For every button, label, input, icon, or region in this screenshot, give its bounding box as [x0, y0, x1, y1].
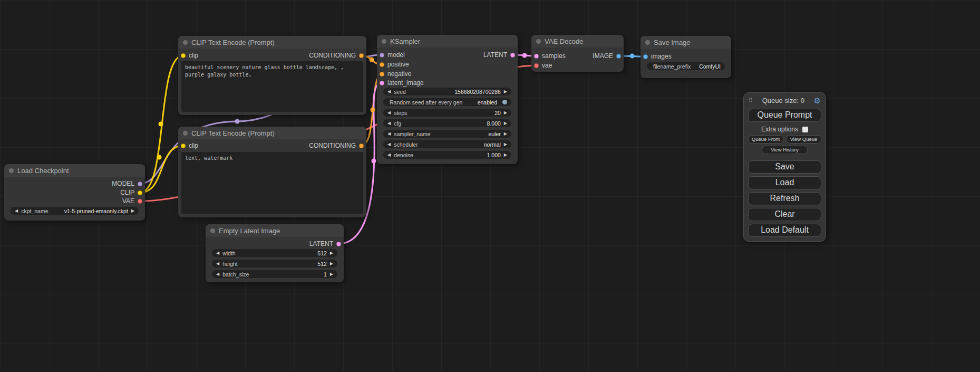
- widget-cfg[interactable]: ◀ cfg 8.000 ▶: [383, 119, 511, 127]
- refresh-button[interactable]: Refresh: [748, 192, 821, 205]
- output-slot-latent[interactable]: LATENT: [309, 240, 341, 248]
- node-header[interactable]: KSampler: [377, 35, 518, 47]
- widget-width[interactable]: ◀ width 512 ▶: [212, 249, 337, 257]
- input-slot-samples[interactable]: samples: [534, 52, 566, 60]
- output-dot-latent[interactable]: [510, 53, 515, 58]
- node-header[interactable]: CLIP Text Encode (Prompt): [178, 127, 366, 139]
- increment-arrow-icon[interactable]: ▶: [504, 153, 507, 157]
- output-dot-conditioning[interactable]: [359, 53, 364, 58]
- decrement-arrow-icon[interactable]: ◀: [387, 121, 391, 126]
- queue-front-button[interactable]: Queue Front: [748, 135, 783, 144]
- widget-batch-size[interactable]: ◀ batch_size 1 ▶: [212, 270, 337, 278]
- collapse-dot-icon[interactable]: [645, 40, 650, 45]
- widget-seed[interactable]: ◀ seed 156680208700286 ▶: [383, 88, 511, 96]
- increment-arrow-icon[interactable]: ▶: [330, 251, 333, 255]
- node-header[interactable]: Empty Latent Image: [206, 224, 344, 237]
- load-default-button[interactable]: Load Default: [748, 224, 821, 237]
- save-button[interactable]: Save: [748, 160, 821, 174]
- decrement-arrow-icon[interactable]: ◀: [216, 251, 219, 255]
- decrement-arrow-icon[interactable]: ◀: [387, 153, 391, 157]
- output-dot-conditioning[interactable]: [359, 144, 364, 148]
- input-slot-positive[interactable]: positive: [380, 60, 409, 69]
- decrement-arrow-icon[interactable]: ◀: [387, 90, 391, 94]
- input-dot-clip[interactable]: [181, 53, 186, 58]
- input-slot-vae[interactable]: vae: [534, 61, 552, 70]
- decrement-arrow-icon[interactable]: ◀: [387, 111, 391, 115]
- output-dot-vae[interactable]: [138, 199, 142, 204]
- increment-arrow-icon[interactable]: ▶: [504, 142, 507, 147]
- node-header[interactable]: CLIP Text Encode (Prompt): [178, 36, 366, 49]
- node-empty-latent-image[interactable]: Empty Latent Image LATENT ◀ width 512 ▶ …: [206, 224, 344, 282]
- input-slot-negative[interactable]: negative: [380, 70, 411, 78]
- increment-arrow-icon[interactable]: ▶: [504, 90, 507, 94]
- settings-gear-icon[interactable]: ⚙: [814, 97, 821, 104]
- output-slot-clip[interactable]: CLIP: [120, 188, 142, 197]
- load-button[interactable]: Load: [748, 176, 821, 189]
- view-queue-button[interactable]: View Queue: [786, 135, 821, 144]
- output-slot-conditioning[interactable]: CONDITIONING: [309, 141, 364, 150]
- output-slot-latent[interactable]: LATENT: [483, 51, 515, 59]
- input-dot-clip[interactable]: [181, 144, 186, 148]
- input-dot-vae[interactable]: [534, 63, 539, 68]
- collapse-dot-icon[interactable]: [9, 168, 14, 173]
- node-header[interactable]: Load Checkpoint: [4, 164, 145, 177]
- input-slot-latent-image[interactable]: latent_image: [380, 79, 424, 87]
- input-dot-positive[interactable]: [380, 62, 384, 67]
- output-dot-latent[interactable]: [336, 242, 341, 246]
- input-dot-model[interactable]: [380, 53, 384, 58]
- drag-handle-icon[interactable]: ⠿: [749, 97, 753, 104]
- view-history-button[interactable]: View History: [762, 146, 807, 154]
- increment-arrow-icon[interactable]: ▶: [504, 121, 507, 126]
- output-slot-model[interactable]: MODEL: [112, 179, 142, 188]
- input-slot-images[interactable]: images: [643, 52, 672, 61]
- node-save-image[interactable]: Save Image images filename_prefix ComfyU…: [641, 36, 731, 78]
- increment-arrow-icon[interactable]: ▶: [504, 111, 507, 115]
- clear-button[interactable]: Clear: [748, 208, 821, 221]
- increment-arrow-icon[interactable]: ▶: [330, 262, 333, 266]
- collapse-dot-icon[interactable]: [183, 40, 188, 45]
- collapse-dot-icon[interactable]: [183, 131, 188, 136]
- output-slot-image[interactable]: IMAGE: [593, 52, 621, 60]
- widget-denoise[interactable]: ◀ denoise 1.000 ▶: [383, 151, 511, 159]
- decrement-arrow-icon[interactable]: ◀: [216, 272, 219, 276]
- input-slot-clip[interactable]: clip: [181, 51, 198, 60]
- menu-panel[interactable]: ⠿ Queue size: 0 ⚙ Queue Prompt Extra opt…: [743, 92, 826, 242]
- output-slot-vae[interactable]: VAE: [122, 197, 142, 205]
- node-load-checkpoint[interactable]: Load Checkpoint MODEL CLIP VAE ◀ ckpt_na…: [4, 164, 145, 221]
- node-vae-decode[interactable]: VAE Decode samples vae IMAGE: [531, 35, 624, 72]
- node-header[interactable]: Save Image: [641, 36, 731, 49]
- widget-filename-prefix[interactable]: filename_prefix ComfyUI: [647, 62, 725, 70]
- decrement-arrow-icon[interactable]: ◀: [387, 132, 391, 136]
- increment-arrow-icon[interactable]: ▶: [330, 272, 333, 276]
- input-dot-samples[interactable]: [534, 54, 539, 59]
- widget-height[interactable]: ◀ height 512 ▶: [212, 260, 337, 268]
- collapse-dot-icon[interactable]: [382, 39, 386, 44]
- widget-sampler-name[interactable]: ◀ sampler_name euler ▶: [383, 130, 511, 138]
- prompt-textarea[interactable]: text, watermark: [181, 152, 363, 214]
- node-header[interactable]: VAE Decode: [531, 35, 624, 47]
- increment-arrow-icon[interactable]: ▶: [131, 209, 134, 213]
- output-dot-clip[interactable]: [138, 190, 142, 195]
- node-clip-text-encode-negative[interactable]: CLIP Text Encode (Prompt) clip CONDITION…: [178, 127, 366, 217]
- input-dot-latent-image[interactable]: [380, 81, 384, 85]
- node-ksampler[interactable]: KSampler model positive negative latent_…: [377, 35, 518, 164]
- decrement-arrow-icon[interactable]: ◀: [15, 209, 18, 213]
- input-slot-model[interactable]: model: [380, 51, 405, 59]
- widget-steps[interactable]: ◀ steps 20 ▶: [383, 109, 511, 117]
- extra-options-checkbox[interactable]: [802, 127, 808, 132]
- decrement-arrow-icon[interactable]: ◀: [216, 262, 219, 266]
- input-slot-clip[interactable]: clip: [181, 141, 198, 150]
- widget-random-seed-toggle[interactable]: Random seed after every gen enabled: [383, 98, 511, 106]
- output-dot-image[interactable]: [616, 54, 621, 59]
- output-dot-model[interactable]: [138, 182, 142, 186]
- output-slot-conditioning[interactable]: CONDITIONING: [309, 51, 364, 60]
- widget-scheduler[interactable]: ◀ scheduler normal ▶: [383, 140, 511, 148]
- input-dot-negative[interactable]: [380, 72, 384, 77]
- collapse-dot-icon[interactable]: [536, 39, 541, 44]
- collapse-dot-icon[interactable]: [210, 228, 215, 233]
- toggle-dot-icon[interactable]: [502, 100, 507, 104]
- decrement-arrow-icon[interactable]: ◀: [387, 142, 391, 147]
- node-clip-text-encode-positive[interactable]: CLIP Text Encode (Prompt) clip CONDITION…: [178, 36, 366, 115]
- widget-ckpt-name[interactable]: ◀ ckpt_name v1-5-pruned-emaonly.ckpt ▶: [11, 207, 139, 215]
- prompt-textarea[interactable]: beautiful scenery nature glass bottle la…: [181, 61, 363, 112]
